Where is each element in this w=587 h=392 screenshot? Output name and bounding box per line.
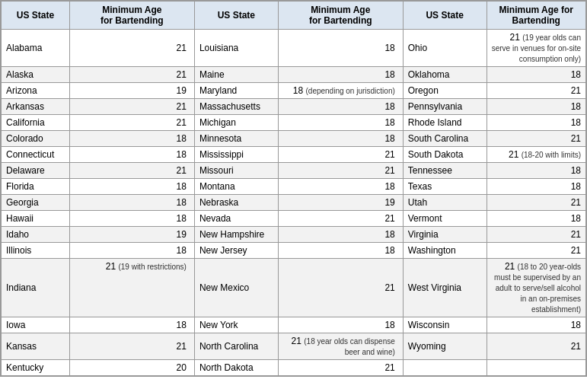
col1-state: Delaware (2, 163, 70, 179)
col3-state: South Dakota (403, 147, 487, 163)
col3-state: Vermont (403, 211, 487, 227)
col3-age: 21 (19 year olds can serve in venues for… (487, 30, 586, 67)
col1-state: Florida (2, 179, 70, 195)
col1-age: 21 (69, 99, 194, 115)
col2-age: 18 (278, 317, 403, 333)
col2-age: 18 (278, 179, 403, 195)
col3-age: 21 (487, 195, 586, 211)
col3-state (403, 360, 487, 376)
col2-state: New Mexico (194, 259, 278, 317)
col1-state: Indiana (2, 259, 70, 317)
col1-header-state: US State (2, 2, 70, 30)
col3-state: Wisconsin (403, 317, 487, 333)
col3-state: Pennsylvania (403, 99, 487, 115)
col2-state: Minnesota (194, 131, 278, 147)
col3-age: 21 (487, 227, 586, 243)
main-table-container: US State Minimum Agefor Bartending US St… (0, 0, 587, 377)
col2-age: 21 (18 year olds can dispense beer and w… (278, 333, 403, 360)
col3-state: Ohio (403, 30, 487, 67)
col1-age: 18 (69, 147, 194, 163)
col2-header-age: Minimum Agefor Bartending (278, 2, 403, 30)
col3-state: South Carolina (403, 131, 487, 147)
col1-state: Kansas (2, 333, 70, 360)
col2-age: 18 (depending on jurisdiction) (278, 83, 403, 99)
col2-age: 18 (278, 99, 403, 115)
col2-state: North Carolina (194, 333, 278, 360)
col3-state: Texas (403, 179, 487, 195)
col3-age: 21 (18 to 20 year-olds must be supervise… (487, 259, 586, 317)
col1-state: Alaska (2, 67, 70, 83)
col3-age: 21 (18-20 with limits) (487, 147, 586, 163)
col1-age: 18 (69, 243, 194, 259)
col2-state: Michigan (194, 115, 278, 131)
col3-state: Wyoming (403, 333, 487, 360)
col2-state: New York (194, 317, 278, 333)
col1-age: 21 (69, 115, 194, 131)
col2-state: Nebraska (194, 195, 278, 211)
col2-state: Mississippi (194, 147, 278, 163)
col2-age: 21 (278, 211, 403, 227)
col2-state: New Hampshire (194, 227, 278, 243)
col2-state: Louisiana (194, 30, 278, 67)
col3-age: 18 (487, 99, 586, 115)
col1-state: California (2, 115, 70, 131)
col2-age: 18 (278, 67, 403, 83)
col3-header-state: US State (403, 2, 487, 30)
col2-age: 21 (278, 259, 403, 317)
col2-state: Maryland (194, 83, 278, 99)
col3-age: 21 (487, 333, 586, 360)
col1-age: 21 (69, 163, 194, 179)
col3-age: 18 (487, 179, 586, 195)
col1-state: Hawaii (2, 211, 70, 227)
col3-header-age: Minimum Age forBartending (487, 2, 586, 30)
col3-age: 21 (487, 83, 586, 99)
col2-age: 18 (278, 243, 403, 259)
col3-state: Tennessee (403, 163, 487, 179)
col1-age: 18 (69, 211, 194, 227)
col1-state: Georgia (2, 195, 70, 211)
col3-age: 18 (487, 163, 586, 179)
col2-age: 18 (278, 30, 403, 67)
col2-age: 21 (278, 163, 403, 179)
col3-state: West Virginia (403, 259, 487, 317)
col3-state: Oklahoma (403, 67, 487, 83)
col2-state: Missouri (194, 163, 278, 179)
col1-state: Colorado (2, 131, 70, 147)
col1-state: Kentucky (2, 360, 70, 376)
col1-state: Iowa (2, 317, 70, 333)
col3-state: Virginia (403, 227, 487, 243)
col3-state: Rhode Island (403, 115, 487, 131)
col3-age: 18 (487, 211, 586, 227)
col2-age: 18 (278, 227, 403, 243)
col1-state: Connecticut (2, 147, 70, 163)
col1-age: 20 (69, 360, 194, 376)
col2-age: 21 (278, 360, 403, 376)
col2-state: New Jersey (194, 243, 278, 259)
col1-age: 18 (69, 317, 194, 333)
bartending-age-table: US State Minimum Agefor Bartending US St… (1, 1, 586, 376)
col1-header-age: Minimum Agefor Bartending (69, 2, 194, 30)
col3-state: Utah (403, 195, 487, 211)
col3-state: Washington (403, 243, 487, 259)
col3-age: 21 (487, 243, 586, 259)
col3-age (487, 360, 586, 376)
col2-age: 18 (278, 131, 403, 147)
col2-state: Montana (194, 179, 278, 195)
col1-age: 21 (19 with restrictions) (69, 259, 194, 317)
col2-state: Massachusetts (194, 99, 278, 115)
col1-age: 19 (69, 227, 194, 243)
col1-age: 21 (69, 30, 194, 67)
col3-age: 18 (487, 67, 586, 83)
col1-age: 18 (69, 179, 194, 195)
col1-state: Alabama (2, 30, 70, 67)
col2-age: 18 (278, 115, 403, 131)
col2-state: Maine (194, 67, 278, 83)
col2-header-state: US State (194, 2, 278, 30)
col2-age: 21 (278, 147, 403, 163)
col1-age: 21 (69, 67, 194, 83)
col1-state: Illinois (2, 243, 70, 259)
col2-state: North Dakota (194, 360, 278, 376)
col1-age: 18 (69, 195, 194, 211)
col1-age: 21 (69, 333, 194, 360)
col1-age: 19 (69, 83, 194, 99)
